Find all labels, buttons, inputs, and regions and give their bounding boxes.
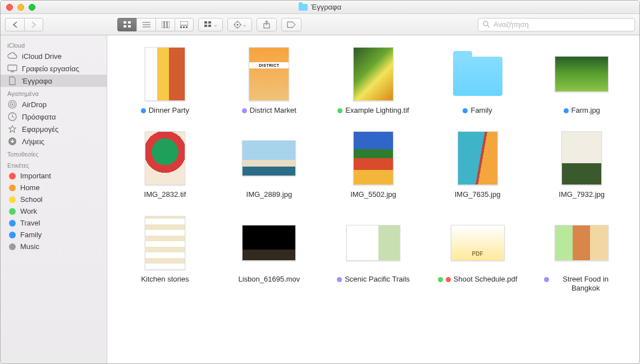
column-view-button[interactable] [156,18,175,31]
svg-rect-2 [124,25,126,27]
titlebar[interactable]: Έγγραφα [1,1,639,14]
sidebar-item-label: Εφαρμογές [22,125,58,133]
svg-rect-1 [128,21,131,24]
sidebar-item[interactable]: Family [1,229,107,241]
sidebar-item-label: Λήψεις [22,137,44,146]
file-tag-dot [337,277,342,282]
file-item[interactable]: Lisbon_61695.mov [223,215,316,293]
file-grid: Dinner PartyDISTRICTDistrict MarketExamp… [118,47,628,293]
file-name: IMG_7932.jpg [559,190,605,199]
file-item[interactable]: Family [431,47,524,115]
sidebar-section-header: Αγαπημένα [1,87,107,98]
file-thumbnail [554,131,609,186]
file-name: Family [463,106,492,115]
view-switcher [117,18,194,31]
file-thumbnail [554,47,609,102]
sidebar-item[interactable]: Work [1,205,107,217]
arrange-dropdown[interactable]: ⌵ [198,18,223,31]
file-item[interactable]: PDFShoot Schedule.pdf [431,215,524,293]
nav-group [5,18,43,31]
sidebar-item[interactable]: Έγγραφα [1,75,107,87]
file-item[interactable]: Farm.jpg [535,47,628,115]
svg-point-32 [12,104,13,105]
sidebar-item[interactable]: Important [1,170,107,182]
icon-view-button[interactable] [117,18,136,31]
sidebar-item[interactable]: Γραφείο εργασίας [1,62,107,75]
file-name: IMG_5502.jpg [350,190,396,199]
sidebar-item-label: Πρόσφατα [22,113,56,121]
file-tag-dot [564,108,569,113]
clock-icon [7,112,17,121]
file-tag-dot [242,108,247,113]
file-item[interactable]: Example Lighting.tif [327,47,420,115]
sidebar-item-label: Work [20,207,37,215]
content-area[interactable]: Dinner PartyDISTRICTDistrict MarketExamp… [107,35,639,363]
tags-button[interactable] [281,18,301,31]
sidebar-section-header: Ετικέτες [1,159,107,170]
file-thumbnail [554,215,609,270]
window-title: Έγγραφα [1,3,639,11]
file-name: IMG_7635.jpg [455,190,501,199]
file-name: IMG_2832.tif [144,190,186,199]
sidebar-item[interactable]: Travel [1,217,107,229]
downloads-icon [7,137,17,146]
file-item[interactable]: DISTRICTDistrict Market [223,47,316,115]
file-thumbnail [450,131,505,186]
file-name: Example Lighting.tif [337,106,409,115]
chevron-down-icon: ⌵ [243,22,246,27]
forward-button[interactable] [24,18,43,31]
share-button[interactable] [257,18,277,31]
svg-rect-11 [180,26,182,28]
back-button[interactable] [5,18,24,31]
action-dropdown[interactable]: ⌵ [227,18,252,31]
file-item[interactable]: Kitchen stories [118,215,212,293]
svg-rect-17 [208,25,211,27]
file-item[interactable]: IMG_7932.jpg [535,131,628,199]
file-item[interactable]: IMG_2832.tif [118,131,212,199]
sidebar-item[interactable]: Λήψεις [1,135,107,148]
file-thumbnail [346,215,401,270]
search-icon [483,21,490,28]
sidebar-item[interactable]: Home [1,182,107,193]
file-item[interactable]: Street Food in Bangkok [535,215,628,293]
file-name: Farm.jpg [564,106,600,115]
file-thumbnail [450,47,505,102]
file-tag-dot [141,108,146,113]
file-name: Lisbon_61695.mov [238,275,300,284]
file-item[interactable]: Dinner Party [118,47,212,115]
svg-rect-9 [167,21,170,28]
tag-dot-icon [9,243,16,250]
file-name: IMG_2889.jpg [246,190,292,199]
file-item[interactable]: IMG_7635.jpg [431,131,524,199]
tag-dot-icon [9,185,16,191]
sidebar-item[interactable]: School [1,193,107,205]
sidebar-item[interactable]: Εφαρμογές [1,123,107,135]
file-item[interactable]: IMG_2889.jpg [223,131,316,199]
sidebar-item[interactable]: AirDrop [1,98,107,110]
file-tag-dot [544,277,549,282]
file-name: Scenic Pacific Trails [337,275,410,284]
file-item[interactable]: Scenic Pacific Trails [327,215,420,293]
folder-icon [453,57,502,96]
file-name: Dinner Party [141,106,189,115]
gallery-view-button[interactable] [175,18,194,31]
sidebar-item-label: Music [20,242,39,251]
sidebar-item-label: Family [20,231,42,239]
tag-dot-icon [9,232,16,238]
sidebar-item[interactable]: Πρόσφατα [1,110,107,123]
sidebar-item[interactable]: iCloud Drive [1,50,107,62]
search-input[interactable]: Αναζήτηση [478,18,635,31]
sidebar-item-label: Important [20,172,51,180]
list-view-button[interactable] [136,18,156,31]
svg-rect-14 [204,21,207,24]
apps-icon [7,125,17,133]
sidebar-item-label: School [20,195,43,204]
sidebar-item[interactable]: Music [1,241,107,252]
svg-point-19 [237,24,239,25]
desktop-icon [7,64,17,73]
svg-rect-16 [204,25,207,27]
file-item[interactable]: IMG_5502.jpg [327,131,420,199]
tag-dot-icon [9,208,16,215]
svg-rect-12 [183,26,185,28]
file-name: Shoot Schedule.pdf [438,275,517,284]
